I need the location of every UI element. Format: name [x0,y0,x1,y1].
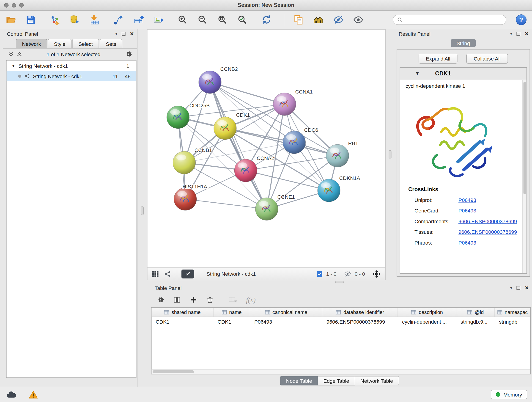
save-session-button[interactable] [24,13,37,27]
export-network-button[interactable] [112,13,125,27]
table-horizontal-scrollbar[interactable] [152,370,530,374]
network-row-selected[interactable]: String Network - cdk1 11 48 [7,71,136,81]
hidden-eye-icon[interactable] [344,270,351,278]
scrollbar-thumb[interactable] [152,370,194,374]
help-button[interactable]: ? [516,14,527,25]
close-panel-icon[interactable]: × [130,31,134,37]
close-panel-icon[interactable]: × [525,285,529,291]
export-image-button[interactable] [152,13,165,27]
network-node-cdc25b[interactable] [167,106,190,128]
search-input[interactable] [405,17,502,23]
float-panel-icon[interactable] [517,32,520,36]
table-row[interactable]: CDK1 CDK1 P06493 9606.ENSP00000378699 cy… [152,317,530,326]
left-splitter[interactable] [138,29,147,387]
import-network-database-button[interactable] [68,13,81,27]
collapse-all-networks-icon[interactable] [17,51,22,57]
column-header[interactable]: database identifier [322,308,398,317]
cell-name[interactable]: CDK1 [214,319,250,325]
results-scrollbar[interactable] [522,80,526,274]
tab-select[interactable]: Select [72,39,99,48]
column-header[interactable]: @id [456,308,495,317]
close-window-button[interactable] [4,3,9,7]
horizontal-splitter[interactable] [147,280,532,283]
tab-sets[interactable]: Sets [100,39,122,48]
zoom-in-button[interactable] [176,13,189,27]
network-node-cdkn1a[interactable] [317,179,340,202]
network-edge[interactable] [210,82,267,209]
zoom-window-button[interactable] [19,3,24,7]
hide-selected-button[interactable] [332,13,345,27]
tab-string[interactable]: String [451,39,476,47]
network-collection-row[interactable]: ▼ String Network - cdk1 1 [7,61,136,71]
cell-id[interactable]: stringdb:9... [456,319,495,325]
crosslink-compartments[interactable]: 9606.ENSP00000378699 [458,218,517,224]
column-header[interactable]: description [398,308,456,317]
tab-network-table[interactable]: Network Table [355,376,399,385]
crosslink-pharos[interactable]: P06493 [458,240,476,246]
warnings-button[interactable] [27,389,40,400]
tab-style[interactable]: Style [48,39,72,48]
collapse-gene-icon[interactable]: ▼ [415,71,419,76]
tab-node-table[interactable]: Node Table [280,376,318,385]
tree-expand-icon[interactable]: ▼ [12,63,16,68]
expand-all-button[interactable]: Expand All [419,53,457,64]
gear-icon[interactable] [125,51,133,58]
collapse-panel-icon[interactable]: ▾ [115,32,117,36]
network-node-ccne1[interactable] [255,198,278,220]
grid-view-icon[interactable] [152,270,159,277]
add-column-icon[interactable] [190,296,197,304]
network-node-ccna2[interactable] [234,159,257,182]
network-node-ccna1[interactable] [273,93,296,115]
column-header[interactable]: namespac [495,308,530,317]
open-session-button[interactable] [4,13,17,27]
network-edge[interactable] [210,82,285,104]
column-header[interactable]: name [214,308,250,317]
pan-crosshair-icon[interactable] [373,270,381,278]
zoom-out-button[interactable] [196,13,209,27]
show-all-button[interactable] [352,13,365,27]
right-splitter[interactable] [386,29,394,280]
home-button[interactable] [312,13,325,27]
network-edge[interactable] [225,128,338,156]
gene-header[interactable]: ▼ CDK1 [400,68,526,80]
column-header[interactable]: shared name [152,308,214,317]
open-in-window-button[interactable] [181,269,194,278]
network-node-rb1[interactable] [326,144,349,167]
cell-database-identifier[interactable]: 9606.ENSP00000378699 [322,319,398,325]
import-network-file-button[interactable] [48,13,61,27]
cell-shared-name[interactable]: CDK1 [152,319,214,325]
collapse-panel-icon[interactable]: ▾ [510,286,512,290]
network-node-hist1h1a[interactable] [174,188,196,211]
network-graph[interactable]: CCNB2CCNA1CDC25BCDK1CDC6RB1CCNB1CCNA2CDK… [147,30,385,268]
crosslink-genecard[interactable]: P06493 [458,208,476,214]
duplicate-network-button[interactable] [292,13,305,27]
float-panel-icon[interactable] [517,286,520,290]
refresh-network-button[interactable] [260,13,273,27]
network-canvas[interactable]: CCNB2CCNA1CDC25BCDK1CDC6RB1CCNB1CCNA2CDK… [147,29,386,268]
show-columns-icon[interactable] [173,296,181,304]
memory-button[interactable]: Memory [491,390,527,400]
birds-eye-view-icon[interactable] [164,270,171,277]
minimize-window-button[interactable] [12,3,16,7]
tab-edge-table[interactable]: Edge Table [318,376,355,385]
close-panel-icon[interactable]: × [525,31,529,37]
float-panel-icon[interactable] [122,32,126,36]
zoom-selected-button[interactable] [236,13,249,27]
cell-description[interactable]: cyclin-dependent ... [398,319,456,325]
network-edge[interactable] [185,199,267,209]
crosslink-tissues[interactable]: 9606.ENSP00000378699 [458,229,517,235]
delete-column-icon[interactable] [206,296,214,304]
column-header[interactable]: canonical name [250,308,322,317]
collapse-all-button[interactable]: Collapse All [467,53,508,64]
tab-network[interactable]: Network [16,39,47,48]
splitter-grip[interactable] [141,206,144,215]
crosslink-uniprot[interactable]: P06493 [458,197,476,203]
import-table-file-button[interactable] [88,13,101,27]
expand-all-networks-icon[interactable] [8,51,13,57]
selected-checkbox-icon[interactable] [317,271,323,277]
network-node-ccnb2[interactable] [199,71,221,94]
network-node-cdk1[interactable] [214,117,236,140]
network-node-ccnb1[interactable] [173,151,196,174]
collapse-panel-icon[interactable]: ▾ [510,32,512,36]
export-table-button[interactable] [132,13,145,27]
